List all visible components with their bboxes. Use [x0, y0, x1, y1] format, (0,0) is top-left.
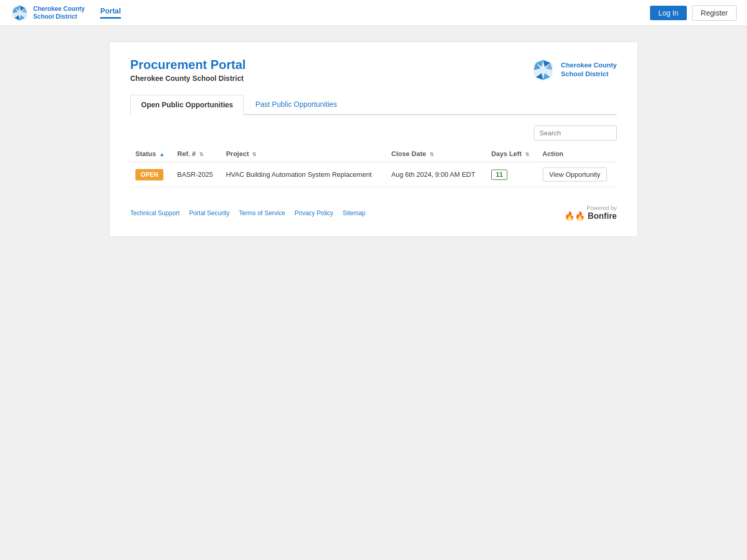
col-close-date[interactable]: Close Date ⇅	[386, 146, 486, 162]
footer-link[interactable]: Technical Support	[130, 209, 179, 217]
tab-open-opportunities[interactable]: Open Public Opportunities	[130, 95, 244, 115]
nav-right: Log In Register	[650, 5, 737, 21]
nav-left: Cherokee County School District Portal	[10, 4, 121, 22]
cell-days-left: 11	[486, 162, 537, 187]
register-button[interactable]: Register	[692, 5, 737, 21]
portal-subtitle: Cherokee County School District	[130, 74, 246, 82]
portal-nav-link[interactable]: Portal	[100, 7, 121, 19]
bonfire-icon: 🔥🔥	[564, 211, 585, 221]
logo-area: Cherokee County School District	[10, 4, 85, 22]
col-action: Action	[537, 146, 617, 162]
portal-logo-icon	[531, 58, 556, 82]
sort-closedate-icon: ⇅	[430, 151, 434, 157]
svg-marker-7	[534, 59, 552, 81]
col-project[interactable]: Project ⇅	[221, 146, 386, 162]
search-row	[130, 125, 617, 141]
top-nav: Cherokee County School District Portal L…	[0, 0, 747, 26]
bonfire-name: Bonfire	[588, 212, 617, 221]
portal-title: Procurement Portal	[130, 58, 246, 72]
footer-links: Technical SupportPortal SecurityTerms of…	[130, 209, 366, 217]
table-row: OPEN BASR-2025 HVAC Building Automation …	[130, 162, 617, 187]
footer-link[interactable]: Terms of Service	[239, 209, 285, 217]
sort-daysleft-icon: ⇅	[525, 151, 529, 157]
col-ref[interactable]: Ref. # ⇅	[172, 146, 221, 162]
portal-logo-area: Cherokee County School District	[531, 58, 617, 82]
cell-action[interactable]: View Opportunity	[537, 162, 617, 187]
footer-link[interactable]: Sitemap	[342, 209, 365, 217]
powered-by: Powered by 🔥🔥 Bonfire	[564, 205, 617, 221]
main-container: Procurement Portal Cherokee County Schoo…	[109, 41, 638, 237]
tab-past-opportunities[interactable]: Past Public Opportunities	[245, 95, 347, 114]
status-badge: OPEN	[135, 169, 163, 180]
table-header: Status ▲ Ref. # ⇅ Project ⇅ Close Date ⇅…	[130, 146, 617, 162]
sort-ref-icon: ⇅	[199, 151, 203, 157]
view-opportunity-button[interactable]: View Opportunity	[543, 167, 607, 181]
logo-text: Cherokee County School District	[33, 5, 85, 20]
powered-by-text: Powered by	[587, 205, 617, 211]
portal-header: Procurement Portal Cherokee County Schoo…	[130, 58, 617, 82]
table-body: OPEN BASR-2025 HVAC Building Automation …	[130, 162, 617, 187]
footer-link[interactable]: Portal Security	[189, 209, 229, 217]
col-days-left[interactable]: Days Left ⇅	[486, 146, 537, 162]
login-button[interactable]: Log In	[650, 6, 687, 20]
opportunities-table: Status ▲ Ref. # ⇅ Project ⇅ Close Date ⇅…	[130, 146, 617, 187]
cell-status: OPEN	[130, 162, 172, 187]
cell-close-date: Aug 6th 2024, 9:00 AM EDT	[386, 162, 486, 187]
cell-ref: BASR-2025	[172, 162, 221, 187]
search-input[interactable]	[534, 125, 617, 141]
tabs-container: Open Public Opportunities Past Public Op…	[130, 95, 617, 115]
sort-status-icon: ▲	[159, 151, 164, 157]
footer-link[interactable]: Privacy Policy	[295, 209, 334, 217]
district-logo-icon	[10, 4, 29, 22]
bonfire-brand: 🔥🔥 Bonfire	[564, 211, 617, 221]
cell-project: HVAC Building Automation System Replacem…	[221, 162, 386, 187]
sort-project-icon: ⇅	[252, 151, 256, 157]
portal-title-area: Procurement Portal Cherokee County Schoo…	[130, 58, 246, 82]
svg-marker-0	[12, 5, 27, 21]
portal-logo-text: Cherokee County School District	[561, 61, 617, 79]
days-left-badge: 11	[491, 170, 507, 180]
portal-footer: Technical SupportPortal SecurityTerms of…	[130, 200, 617, 221]
col-status[interactable]: Status ▲	[130, 146, 172, 162]
